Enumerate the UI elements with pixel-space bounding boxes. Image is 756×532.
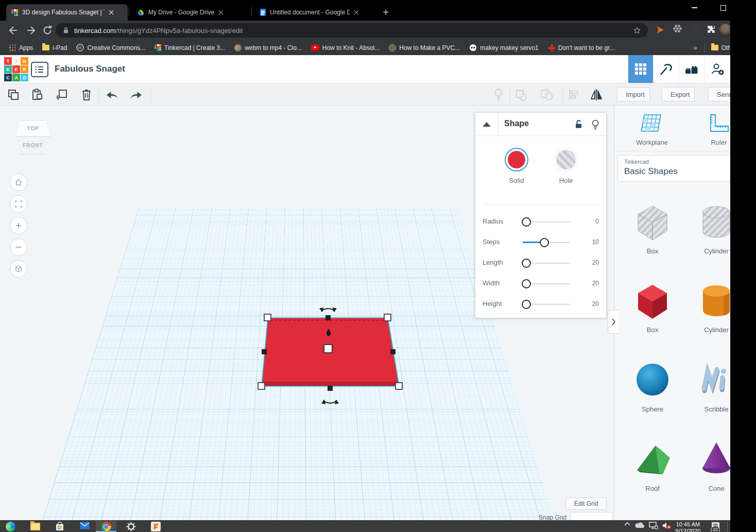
steps-slider-row: Steps 10 — [475, 232, 607, 253]
close-tab-icon[interactable] — [354, 10, 359, 15]
view-cube-front-face[interactable]: FRONT — [15, 136, 50, 155]
taskbar-settings-button[interactable] — [121, 521, 141, 532]
shape-panel-title: Shape — [504, 119, 529, 128]
length-slider[interactable] — [523, 263, 570, 264]
design-properties-button[interactable] — [31, 62, 48, 77]
taskbar-mail-button[interactable] — [74, 521, 95, 532]
shape-hole-box[interactable]: Box — [621, 201, 684, 255]
shape-box[interactable]: Box — [621, 280, 684, 334]
bookmark-pvc[interactable]: How to Make a PVC... — [389, 44, 460, 52]
slider-knob[interactable] — [522, 279, 531, 288]
lego-export-button[interactable] — [679, 55, 704, 83]
slider-knob[interactable] — [522, 259, 531, 268]
bookmarks-overflow-chevron[interactable]: » — [693, 44, 697, 52]
taskbar-edge-button[interactable] — [0, 521, 21, 532]
rotate-handle-bottom[interactable] — [321, 400, 339, 404]
slider-knob[interactable] — [540, 238, 549, 247]
tab-google-drive[interactable]: My Drive - Google Drive — [132, 4, 247, 21]
share-invite-button[interactable] — [705, 55, 730, 83]
tray-network-button[interactable] — [647, 521, 660, 532]
copy-button[interactable] — [6, 88, 21, 102]
mail-icon — [80, 522, 90, 529]
minecraft-export-button[interactable] — [653, 55, 678, 83]
window-minimize-button[interactable] — [683, 0, 706, 15]
taskbar-chrome-button[interactable] — [96, 521, 116, 532]
extension-arrow-icon[interactable] — [655, 25, 665, 35]
view-cube[interactable]: TOP FRONT — [15, 120, 50, 155]
collapse-panel-button[interactable] — [475, 113, 499, 135]
bookmark-dont-want[interactable]: Don't want to be gr... — [548, 44, 615, 52]
lightbulb-icon[interactable] — [591, 119, 600, 130]
duplicate-button[interactable] — [55, 88, 69, 102]
redo-button[interactable] — [129, 88, 143, 102]
taskbar-fusion-button[interactable] — [145, 521, 166, 532]
tab-tinkercad[interactable]: 3D design Fabulous Snaget | Tink — [6, 4, 128, 21]
unlocked-icon[interactable] — [573, 119, 583, 129]
bookmark-apps[interactable]: Apps — [9, 44, 33, 52]
tray-clock[interactable]: 10:45 AM 9/12/2020 — [674, 521, 702, 532]
perspective-toggle-button[interactable] — [10, 260, 27, 278]
view-cube-top-face[interactable]: TOP — [15, 120, 50, 136]
mirror-button[interactable] — [589, 88, 604, 102]
tinkercad-logo[interactable]: TIN KER CAD — [4, 57, 28, 81]
home-view-button[interactable] — [10, 174, 27, 191]
bookmark-knit[interactable]: How to Knit - Absol... — [311, 44, 380, 52]
bookmark-star-icon[interactable] — [632, 26, 642, 35]
forward-icon[interactable] — [25, 24, 37, 37]
bookmark-webm[interactable]: webm to mp4 - Clo... — [234, 44, 302, 52]
fit-view-button[interactable] — [10, 195, 27, 213]
bookmark-tinkercad[interactable]: Tinkercad | Create 3... — [154, 44, 225, 52]
blocks-view-button[interactable] — [628, 55, 653, 83]
close-tab-icon[interactable] — [218, 10, 224, 15]
extension-dots-icon[interactable] — [676, 27, 679, 30]
group-button[interactable] — [515, 88, 529, 102]
bookmark-creative-commons[interactable]: Creative Commons... — [76, 44, 145, 52]
hole-swatch[interactable] — [555, 148, 577, 171]
zoom-in-button[interactable] — [10, 217, 27, 234]
tab-google-docs[interactable]: Untitled document - Google Doc — [255, 4, 371, 21]
radius-slider[interactable] — [523, 221, 570, 222]
taskbar-store-button[interactable] — [49, 521, 70, 532]
omnibox[interactable]: tinkercad.com/things/gYdz4PNpv5a-fabulou… — [56, 23, 648, 38]
align-button[interactable] — [566, 88, 581, 102]
delete-button[interactable] — [79, 88, 94, 102]
rotate-handle-top[interactable] — [319, 307, 337, 312]
close-tab-icon[interactable] — [109, 10, 114, 15]
solid-swatch[interactable] — [505, 148, 528, 171]
tray-action-center-button[interactable]: 22 — [707, 521, 724, 532]
zoom-out-button[interactable] — [10, 238, 27, 256]
tray-onedrive-button[interactable] — [633, 521, 647, 532]
center-handle[interactable] — [324, 345, 332, 353]
tab-separator — [129, 7, 129, 16]
ungroup-button[interactable] — [540, 88, 554, 102]
taskbar-explorer-button[interactable] — [25, 521, 45, 532]
show-hidden-button[interactable] — [491, 88, 506, 102]
extension-grid-icon[interactable] — [693, 26, 699, 33]
tray-volume-button[interactable] — [660, 521, 674, 532]
export-button[interactable]: Export — [662, 87, 695, 101]
width-slider[interactable] — [523, 283, 570, 284]
bookmark-makey[interactable]: makey makey servo1 — [469, 44, 538, 52]
height-slider[interactable] — [523, 304, 570, 305]
tray-show-hidden-button[interactable] — [621, 521, 633, 532]
workplane-tool[interactable]: Workplane — [624, 113, 680, 146]
back-icon[interactable] — [7, 24, 20, 37]
extensions-puzzle-icon[interactable] — [707, 25, 717, 35]
new-tab-button[interactable]: + — [379, 5, 393, 20]
paste-button[interactable] — [30, 88, 44, 102]
edit-grid-button[interactable]: Edit Grid — [565, 497, 607, 510]
steps-slider[interactable] — [523, 242, 570, 243]
reload-icon[interactable] — [41, 24, 54, 37]
show-desktop-divider[interactable] — [727, 521, 728, 532]
undo-button[interactable] — [105, 88, 119, 102]
shape-roof[interactable]: Roof — [621, 438, 684, 492]
slider-knob[interactable] — [522, 217, 531, 227]
import-button[interactable]: Import — [617, 87, 650, 101]
slider-knob[interactable] — [522, 300, 531, 309]
shape-sphere[interactable]: Sphere — [621, 359, 684, 413]
snap-grid-dropdown[interactable] — [571, 512, 613, 520]
folder-icon — [711, 45, 718, 50]
bookmark-ipad-folder[interactable]: i-Pad — [42, 44, 67, 52]
length-slider-row: Length 20 — [475, 253, 607, 273]
sidebar-collapse-button[interactable] — [608, 310, 618, 334]
